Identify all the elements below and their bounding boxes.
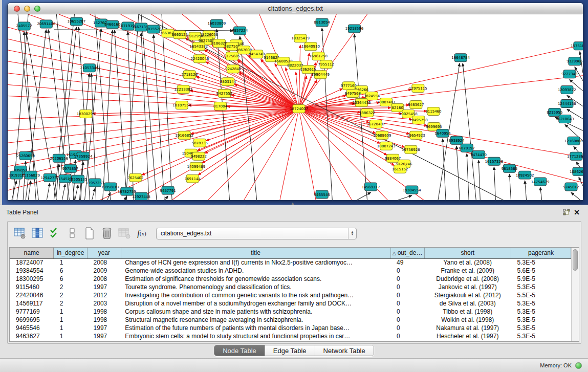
cell-short[interactable]: Hescheler et al. (1997) bbox=[424, 332, 511, 340]
cell-pagerank[interactable]: 5.3E-5 bbox=[511, 316, 571, 324]
select-columns-icon[interactable] bbox=[30, 226, 45, 240]
tab-node-table[interactable]: Node Table bbox=[214, 345, 265, 356]
network-node[interactable]: 1640954 bbox=[434, 129, 451, 137]
panel-resize-grip[interactable]: ▲ bbox=[291, 201, 295, 206]
network-node[interactable]: 9463627 bbox=[408, 101, 424, 109]
table-row[interactable]: 1456911722003Disruption of a novel membe… bbox=[10, 299, 571, 308]
network-node[interactable]: 17712865 bbox=[567, 152, 583, 160]
cell-pagerank[interactable]: 5.3E-5 bbox=[511, 283, 571, 291]
network-node[interactable]: 19218596 bbox=[345, 25, 364, 33]
table-options-icon[interactable] bbox=[13, 226, 27, 240]
cell-title[interactable]: Changes of HCN gene expression and I(f) … bbox=[121, 258, 390, 267]
network-window-titlebar[interactable]: citations_edges.txt bbox=[8, 3, 583, 14]
cell-name[interactable]: 9465546 bbox=[10, 324, 54, 332]
network-node[interactable]: 9242848 bbox=[225, 65, 241, 73]
network-node[interactable]: 18640910 bbox=[301, 42, 320, 51]
network-node[interactable]: 10862688 bbox=[570, 167, 583, 176]
cell-short[interactable]: Stergiakouli et al. (2012) bbox=[424, 291, 511, 299]
cell-title[interactable]: Estimation of significance thresholds fo… bbox=[121, 275, 390, 283]
network-node[interactable]: 7815526 bbox=[145, 25, 162, 33]
cell-in_degree[interactable]: 1 bbox=[54, 324, 88, 332]
cell-title[interactable]: Estimation of the future numbers of pati… bbox=[121, 324, 390, 332]
network-node[interactable]: 10924502 bbox=[516, 171, 534, 179]
table-row[interactable]: 1872400712008Changes of HCN gene express… bbox=[10, 258, 571, 267]
column-header-short[interactable]: short bbox=[424, 248, 511, 258]
cell-pagerank[interactable]: 5.3E-5 bbox=[511, 299, 571, 308]
cell-name[interactable]: 9699695 bbox=[10, 316, 54, 324]
table-row[interactable]: 2242004622012Investigating the contribut… bbox=[10, 291, 571, 299]
table-row[interactable]: 1830029562008Estimation of significance … bbox=[10, 275, 571, 283]
network-node[interactable]: 82160 bbox=[391, 104, 404, 112]
network-node[interactable]: 15751074 bbox=[571, 42, 583, 50]
table-row[interactable]: 946362711997Embryonic stem cells: a mode… bbox=[10, 332, 571, 340]
cell-year[interactable]: 1997 bbox=[88, 283, 121, 291]
network-node[interactable]: 6497568 bbox=[345, 90, 361, 98]
cell-pagerank[interactable]: 5.9E-5 bbox=[511, 275, 571, 283]
network-node[interactable]: 8660125 bbox=[172, 31, 188, 39]
cell-out_degree[interactable]: 0 bbox=[390, 308, 424, 316]
cell-pagerank[interactable]: 5.3E-5 bbox=[511, 324, 571, 332]
cell-name[interactable]: 22420046 bbox=[10, 291, 54, 299]
cell-short[interactable]: Yano et al. (2008) bbox=[424, 258, 511, 267]
cell-name[interactable]: 18300295 bbox=[10, 275, 54, 283]
cell-out_degree[interactable]: 0 bbox=[390, 332, 424, 340]
cell-pagerank[interactable]: 5.3E-5 bbox=[511, 332, 571, 340]
cell-out_degree[interactable]: 0 bbox=[390, 283, 424, 291]
cell-short[interactable]: Nakamura et al. (1997) bbox=[424, 324, 511, 332]
select-all-icon[interactable] bbox=[48, 226, 62, 240]
network-node[interactable]: 19756928 bbox=[402, 145, 420, 154]
cell-out_degree[interactable]: 0 bbox=[390, 299, 424, 308]
cell-title[interactable]: Investigating the contribution of common… bbox=[121, 291, 390, 299]
function-builder-icon[interactable]: f(x) bbox=[135, 226, 149, 240]
cell-out_degree[interactable]: 0 bbox=[390, 267, 424, 275]
cell-pagerank[interactable]: 5.3E-5 bbox=[511, 308, 571, 316]
network-node[interactable]: 9818585 bbox=[502, 164, 517, 172]
table-row[interactable]: 1938455462009Genome-wide association stu… bbox=[10, 267, 571, 275]
cell-year[interactable]: 2008 bbox=[88, 258, 121, 267]
network-node[interactable]: 1615152 bbox=[392, 165, 408, 173]
network-canvas[interactable]: 1872400718300295766382286601258912954182… bbox=[8, 14, 583, 200]
network-node[interactable]: 7886322 bbox=[359, 108, 375, 117]
cell-in_degree[interactable]: 2 bbox=[54, 299, 88, 308]
scrollbar-thumb[interactable] bbox=[573, 249, 578, 271]
cell-short[interactable]: Jankovic et al. (1997) bbox=[424, 283, 511, 291]
cell-year[interactable]: 1998 bbox=[88, 308, 121, 316]
unselect-all-icon[interactable] bbox=[65, 226, 79, 240]
network-node[interactable]: 18300295 bbox=[77, 110, 95, 118]
column-header-year[interactable]: year bbox=[88, 248, 121, 258]
network-node[interactable]: 14754679 bbox=[531, 178, 550, 186]
cell-year[interactable]: 2012 bbox=[88, 291, 121, 299]
column-header-name[interactable]: name bbox=[10, 248, 54, 258]
network-node[interactable]: 12093872 bbox=[558, 86, 576, 94]
network-node[interactable]: 12975115 bbox=[409, 84, 427, 93]
cell-short[interactable]: Franke et al. (2009) bbox=[424, 267, 511, 275]
network-node[interactable]: 9465546 bbox=[314, 190, 331, 199]
cell-out_degree[interactable]: 0 bbox=[390, 324, 424, 332]
network-node[interactable]: 9975857 bbox=[62, 164, 78, 172]
network-node[interactable]: 14099489 bbox=[187, 162, 205, 170]
network-node[interactable]: 18107554 bbox=[172, 101, 191, 110]
cell-name[interactable]: 19384554 bbox=[10, 267, 54, 275]
table-scrollbar[interactable] bbox=[571, 248, 579, 341]
cell-name[interactable]: 18724007 bbox=[10, 258, 54, 267]
network-node[interactable]: 8466160 bbox=[104, 20, 120, 29]
network-node[interactable]: 19166852 bbox=[175, 131, 193, 139]
cell-title[interactable]: Embryonic stem cells: a model to study s… bbox=[121, 332, 390, 340]
column-header-title[interactable]: title bbox=[121, 248, 390, 258]
tab-network-table[interactable]: Network Table bbox=[315, 345, 374, 356]
network-node[interactable]: 5878335 bbox=[192, 139, 208, 147]
cell-in_degree[interactable]: 2 bbox=[54, 283, 88, 291]
delete-icon[interactable] bbox=[100, 226, 114, 240]
delete-table-icon[interactable] bbox=[117, 226, 132, 240]
table-row[interactable]: 977716911998Corpus callosum shape and si… bbox=[10, 308, 571, 316]
cell-title[interactable]: Disruption of a novel member of a sodium… bbox=[121, 299, 390, 308]
network-node[interactable]: 18325419 bbox=[291, 34, 310, 42]
network-node[interactable]: 8427552 bbox=[216, 90, 232, 98]
cell-year[interactable]: 2003 bbox=[88, 299, 121, 308]
network-node[interactable]: 19384554 bbox=[403, 186, 421, 194]
network-node[interactable]: 9329966 bbox=[567, 57, 583, 65]
network-node[interactable]: 9115460 bbox=[425, 107, 441, 116]
cell-pagerank[interactable]: 5.5E-5 bbox=[511, 291, 571, 299]
network-node[interactable]: 8454749 bbox=[249, 50, 265, 58]
table-row[interactable]: 946554611997Estimation of the future num… bbox=[10, 324, 571, 332]
